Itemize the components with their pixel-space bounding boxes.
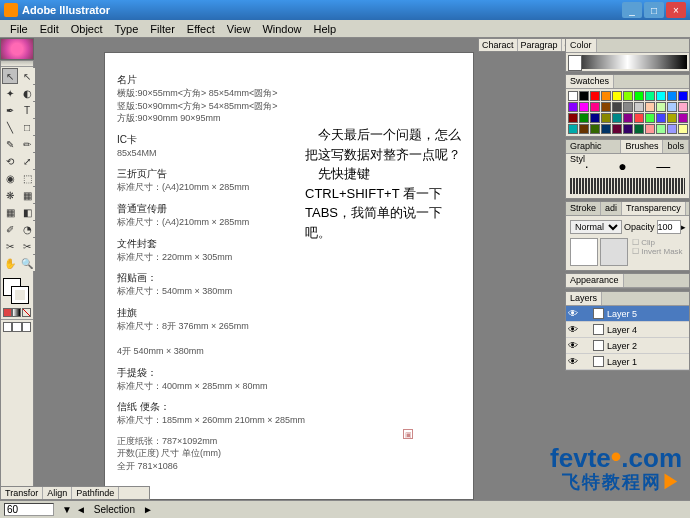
none-mode-button[interactable] (22, 308, 31, 317)
layer-row[interactable]: 👁Layer 1 (566, 354, 689, 370)
swatch[interactable] (579, 91, 589, 101)
direct-selection-tool[interactable]: ↖ (19, 68, 35, 84)
zoom-input[interactable]: 60 (4, 503, 54, 516)
swatch[interactable] (568, 91, 578, 101)
swatch[interactable] (634, 91, 644, 101)
color-spectrum[interactable] (568, 55, 687, 69)
brush-stroke-preview[interactable] (570, 178, 685, 194)
swatch[interactable] (678, 113, 688, 123)
zoom-dropdown-icon[interactable]: ▼ (62, 504, 72, 515)
tab-transparency[interactable]: Transparency (622, 202, 686, 215)
layer-row[interactable]: 👁Layer 4 (566, 322, 689, 338)
swatch[interactable] (612, 124, 622, 134)
tab-swatches[interactable]: Swatches (566, 75, 614, 88)
swatch[interactable] (568, 113, 578, 123)
swatch[interactable] (590, 113, 600, 123)
magic-wand-tool[interactable]: ✦ (2, 85, 18, 101)
swatch[interactable] (667, 102, 677, 112)
rotate-tool[interactable]: ⟲ (2, 153, 18, 169)
swatch[interactable] (579, 113, 589, 123)
brush-item[interactable]: · (585, 158, 589, 174)
gradient-mode-button[interactable] (12, 308, 21, 317)
mesh-tool[interactable]: ▦ (2, 204, 18, 220)
window-maximize-button[interactable]: □ (644, 2, 664, 18)
window-close-button[interactable]: × (666, 2, 686, 18)
swatch[interactable] (601, 91, 611, 101)
window-minimize-button[interactable]: _ (622, 2, 642, 18)
tab-gradient[interactable]: adi (601, 202, 622, 215)
swatch[interactable] (634, 102, 644, 112)
pen-tool[interactable]: ✒ (2, 102, 18, 118)
swatch[interactable] (601, 124, 611, 134)
swatch[interactable] (612, 102, 622, 112)
selection-tool[interactable]: ↖ (2, 68, 18, 84)
rectangle-tool[interactable]: □ (19, 119, 35, 135)
swatch[interactable] (590, 102, 600, 112)
swatch[interactable] (656, 113, 666, 123)
tab-layers[interactable]: Layers (566, 292, 602, 305)
type-tool[interactable]: T (19, 102, 35, 118)
nav-left-icon[interactable]: ◄ (76, 504, 86, 515)
layer-row[interactable]: 👁Layer 5 (566, 306, 689, 322)
gradient-tool[interactable]: ◧ (19, 204, 35, 220)
opacity-arrow-icon[interactable]: ▸ (681, 222, 686, 232)
blend-tool[interactable]: ◔ (19, 221, 35, 237)
menu-filter[interactable]: Filter (144, 23, 180, 35)
tab-stroke[interactable]: Stroke (566, 202, 601, 215)
menu-help[interactable]: Help (308, 23, 343, 35)
menu-edit[interactable]: Edit (34, 23, 65, 35)
line-tool[interactable]: ╲ (2, 119, 18, 135)
swatch[interactable] (656, 102, 666, 112)
swatch[interactable] (612, 113, 622, 123)
swatch[interactable] (634, 113, 644, 123)
swatch[interactable] (623, 113, 633, 123)
brush-item[interactable]: — (656, 158, 670, 174)
swatch[interactable] (601, 102, 611, 112)
swatch[interactable] (667, 124, 677, 134)
scissors-tool[interactable]: ✂ (19, 238, 35, 254)
canvas[interactable]: 名片横版:90×55mm<方角> 85×54mm<圆角>竖版:50×90mm<方… (104, 52, 474, 500)
swatch[interactable] (612, 91, 622, 101)
menu-window[interactable]: Window (256, 23, 307, 35)
tab-pathfinder[interactable]: Pathfinde (72, 487, 119, 499)
swatch[interactable] (579, 124, 589, 134)
free-transform-tool[interactable]: ⬚ (19, 170, 35, 186)
tab-graphic-styles[interactable]: Graphic Styl (566, 140, 621, 153)
pencil-tool[interactable]: ✏ (19, 136, 35, 152)
swatch[interactable] (601, 113, 611, 123)
visibility-icon[interactable]: 👁 (568, 324, 580, 335)
swatch[interactable] (645, 91, 655, 101)
visibility-icon[interactable]: 👁 (568, 356, 580, 367)
tab-transform[interactable]: Transfor (1, 487, 43, 499)
swatch[interactable] (656, 91, 666, 101)
tab-align[interactable]: Align (43, 487, 72, 499)
tab-symbols[interactable]: bols (663, 140, 689, 153)
scale-tool[interactable]: ⤢ (19, 153, 35, 169)
blend-mode-select[interactable]: Normal (570, 220, 622, 234)
swatch[interactable] (590, 124, 600, 134)
eyedropper-tool[interactable]: ✐ (2, 221, 18, 237)
swatch[interactable] (623, 124, 633, 134)
warp-tool[interactable]: ◉ (2, 170, 18, 186)
menu-type[interactable]: Type (109, 23, 145, 35)
screen-mode-full-menu[interactable] (12, 322, 21, 332)
menu-object[interactable]: Object (65, 23, 109, 35)
swatch[interactable] (568, 124, 578, 134)
swatch[interactable] (678, 124, 688, 134)
layer-row[interactable]: 👁Layer 2 (566, 338, 689, 354)
zoom-tool[interactable]: 🔍 (19, 255, 35, 271)
swatch[interactable] (590, 91, 600, 101)
visibility-icon[interactable]: 👁 (568, 340, 580, 351)
swatch[interactable] (678, 102, 688, 112)
tab-paragraph[interactable]: Paragrap (518, 39, 562, 51)
transparency-thumb[interactable] (570, 238, 598, 266)
swatch[interactable] (667, 91, 677, 101)
tab-appearance[interactable]: Appearance (566, 274, 624, 287)
paintbrush-tool[interactable]: ✎ (2, 136, 18, 152)
tab-brushes[interactable]: Brushes (621, 140, 663, 153)
tab-color[interactable]: Color (566, 39, 597, 52)
swatch[interactable] (579, 102, 589, 112)
symbol-sprayer-tool[interactable]: ❋ (2, 187, 18, 203)
lasso-tool[interactable]: ◐ (19, 85, 35, 101)
swatch[interactable] (656, 124, 666, 134)
